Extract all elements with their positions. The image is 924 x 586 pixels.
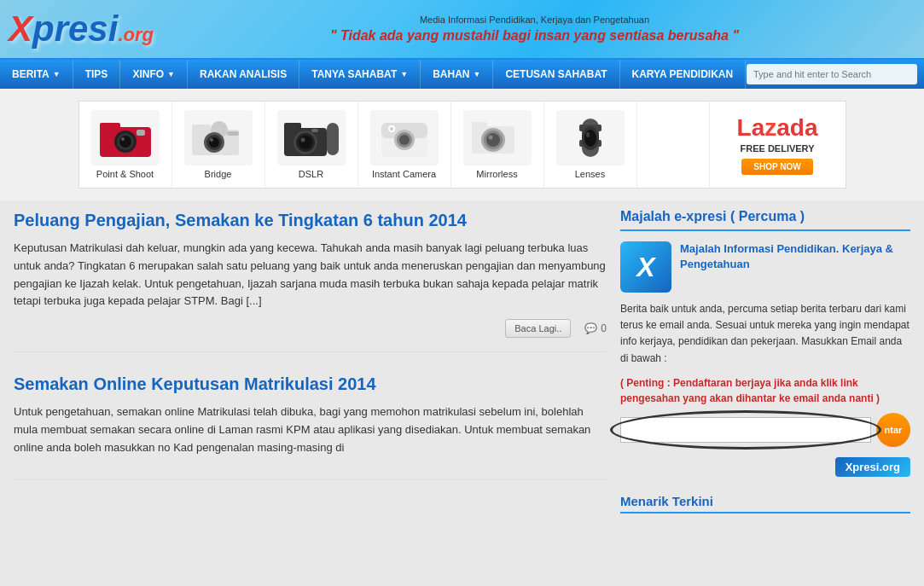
main-tagline: " Tidak ada yang mustahil bagi insan yan… [171, 28, 898, 44]
majalah-logo: X [620, 241, 671, 293]
svg-point-13 [210, 138, 213, 142]
tagline-area: Media Informasi Pendidikan, Kerjaya dan … [154, 15, 915, 44]
nav-tanya[interactable]: TANYA SAHABAT ▼ [299, 60, 421, 89]
svg-point-35 [486, 133, 500, 147]
email-input-wrapper [620, 417, 871, 443]
berita-arrow: ▼ [53, 70, 61, 78]
article-1: Peluang Pengajian, Semakan ke Tingkatan … [14, 209, 607, 352]
svg-rect-22 [311, 129, 318, 132]
svg-point-4 [119, 136, 131, 148]
search-input[interactable] [747, 64, 917, 84]
svg-rect-8 [192, 125, 211, 135]
article-2: Semakan Online Keputusan Matrikulasi 201… [14, 373, 607, 479]
majalah-box: X Majalah Informasi Pendidikan. Kerjaya … [620, 241, 910, 293]
article-2-body: Untuk pengetahuan, semakan online Matrik… [14, 403, 607, 456]
lenses-label: Lenses [575, 169, 605, 179]
svg-point-20 [299, 136, 312, 149]
instant-icon [370, 110, 439, 165]
email-input[interactable] [620, 417, 871, 443]
comment-icon: 💬 [584, 322, 597, 334]
logo-text: Xpresi.org [9, 9, 154, 49]
svg-rect-14 [227, 131, 239, 136]
penting-note: ( Penting : Pendaftaran berjaya jika and… [620, 375, 910, 406]
svg-rect-6 [137, 130, 145, 136]
nav-bahan[interactable]: BAHAN ▼ [421, 60, 493, 89]
majalah-title: Majalah e-xpresi ( Percuma ) [620, 209, 910, 231]
majalah-section: Majalah e-xpresi ( Percuma ) X Majalah I… [620, 209, 910, 477]
lazada-box[interactable]: Lazada FREE DELIVERY SHOP NOW [709, 102, 846, 188]
camera-dslr[interactable]: DSLR [265, 102, 358, 188]
menarik-title: Menarik Terkini [620, 494, 910, 513]
camera-banner: Point & Shoot Bridge [78, 101, 846, 189]
dslr-svg [282, 114, 341, 161]
majalah-desc: Majalah Informasi Pendidikan. Kerjaya & … [680, 241, 910, 272]
site-header: Xpresi.org Media Informasi Pendidikan, K… [0, 0, 924, 60]
svg-rect-1 [100, 123, 120, 131]
dslr-label: DSLR [299, 169, 323, 179]
svg-rect-17 [327, 123, 339, 155]
svg-rect-16 [284, 123, 301, 133]
comment-count-1: 💬 0 [584, 322, 607, 334]
logo[interactable]: Xpresi.org [9, 9, 154, 49]
xinfo-arrow: ▼ [167, 70, 175, 78]
point-shoot-icon [91, 110, 160, 165]
majalah-logo-text: X [636, 252, 654, 283]
subtitle: Media Informasi Pendidikan, Kerjaya dan … [171, 15, 898, 25]
svg-point-42 [586, 132, 590, 137]
bridge-svg [189, 114, 248, 161]
logo-org: .org [118, 24, 154, 45]
left-column: Peluang Pengajian, Semakan ke Tingkatan … [14, 209, 607, 513]
baca-lagi-btn-1[interactable]: Baca Lagi.. [505, 319, 571, 338]
camera-bridge[interactable]: Bridge [172, 102, 265, 188]
search-area [746, 64, 924, 84]
lazada-z: z [764, 114, 776, 141]
svg-point-41 [584, 130, 596, 147]
logo-area: Xpresi.org [9, 9, 154, 49]
email-signup-row: ntar [620, 413, 910, 447]
instant-label: Instant Camera [372, 169, 436, 179]
svg-point-36 [488, 136, 492, 140]
nav-rakan[interactable]: RAKAN ANALISIS [188, 60, 299, 89]
instant-svg [375, 114, 434, 161]
nav-karya[interactable]: KARYA PENDIDIKAN [620, 60, 747, 89]
camera-lenses[interactable]: Lenses [544, 102, 637, 188]
nav-xinfo[interactable]: XINFO ▼ [120, 60, 188, 89]
nav-cetusan[interactable]: CETUSAN SAHABAT [493, 60, 619, 89]
article-1-title: Peluang Pengajian, Semakan ke Tingkatan … [14, 209, 607, 231]
point-shoot-label: Point & Shoot [96, 169, 154, 179]
main-nav: BERITA ▼ TIPS XINFO ▼ RAKAN ANALISIS TAN… [0, 60, 924, 89]
article-1-body: Keputusan Matrikulasi dah keluar, mungki… [14, 240, 607, 310]
camera-instant[interactable]: Instant Camera [358, 102, 451, 188]
article-2-title: Semakan Online Keputusan Matrikulasi 201… [14, 373, 607, 395]
point-shoot-svg [96, 114, 155, 161]
camera-point-shoot[interactable]: Point & Shoot [79, 102, 172, 188]
sidebar-body-text: Berita baik untuk anda, percuma setiap b… [620, 301, 910, 367]
mirrorless-svg [468, 114, 527, 161]
svg-rect-28 [383, 152, 426, 157]
article-1-footer: Baca Lagi.. 💬 0 [14, 319, 607, 338]
svg-point-27 [399, 135, 410, 145]
svg-rect-32 [472, 122, 487, 131]
tanya-arrow: ▼ [400, 70, 408, 78]
svg-point-21 [300, 138, 305, 142]
lazada-tagline: FREE DELIVERY [741, 143, 815, 154]
dslr-icon [277, 110, 346, 165]
bridge-icon [184, 110, 253, 165]
lenses-icon [556, 110, 625, 165]
mirrorless-label: Mirrorless [476, 169, 517, 179]
svg-point-5 [121, 137, 125, 141]
enter-button[interactable]: ntar [876, 413, 910, 447]
camera-mirrorless[interactable]: Mirrorless [451, 102, 544, 188]
bahan-arrow: ▼ [473, 70, 480, 78]
camera-items: Point & Shoot Bridge [79, 102, 709, 188]
main-content: Peluang Pengajian, Semakan ke Tingkatan … [0, 200, 924, 522]
mirrorless-icon [463, 110, 532, 165]
lazada-cta[interactable]: SHOP NOW [741, 159, 812, 175]
comment-num-1: 0 [601, 322, 607, 334]
nav-tips[interactable]: TIPS [73, 60, 121, 89]
lazada-logo: Lazada [737, 114, 818, 142]
sidebar: Majalah e-xpresi ( Percuma ) X Majalah I… [620, 209, 910, 513]
lenses-svg [561, 114, 620, 161]
nav-berita[interactable]: BERITA ▼ [0, 60, 73, 89]
bridge-label: Bridge [205, 169, 232, 179]
